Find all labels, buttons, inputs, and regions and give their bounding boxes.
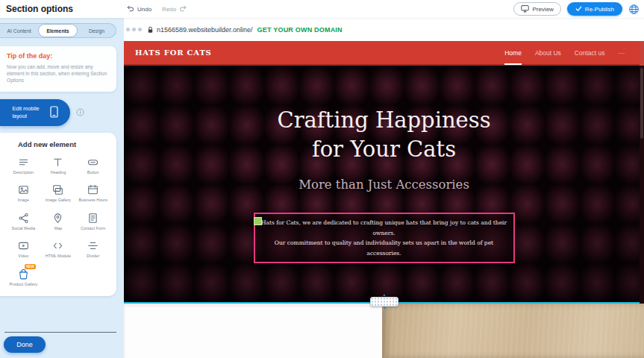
- add-element-button[interactable]: Button: [75, 155, 110, 175]
- map-pin-icon: [52, 211, 63, 224]
- tip-of-the-day-card: Tip of the day: Now you can add, move an…: [0, 46, 116, 92]
- add-element-map[interactable]: Map: [41, 211, 76, 231]
- done-button[interactable]: Done: [4, 336, 46, 353]
- add-element-social-media[interactable]: Social Media: [6, 211, 41, 231]
- app-window: Section options Undo Redo Preview: [0, 0, 644, 358]
- republish-label: Re-Publish: [585, 6, 614, 13]
- hero-content: Crafting Happiness for Your Cats More th…: [124, 66, 644, 263]
- site-preview: HATS FOR CATS Home About Us Contact us ⋯…: [124, 41, 644, 358]
- lock-icon: [147, 26, 154, 34]
- edit-mobile-row: Edit mobile layout: [0, 99, 124, 126]
- share-icon: [18, 211, 29, 224]
- site-scrollbar[interactable]: [640, 41, 644, 304]
- tip-body: Now you can add, move and resize any ele…: [7, 63, 110, 84]
- add-element-heading[interactable]: Heading: [41, 155, 76, 175]
- add-element-panel: Add new element Description Heading Butt…: [0, 133, 116, 296]
- redo-label: Redo: [162, 6, 176, 13]
- shopping-bag-icon: NEW: [18, 267, 29, 280]
- add-element-divider[interactable]: Divider: [75, 239, 110, 259]
- add-element-contact-form[interactable]: Contact Form: [75, 211, 110, 231]
- hero-body-line: Our commitment to quality and individual…: [261, 238, 507, 258]
- new-badge: NEW: [25, 264, 36, 269]
- tab-elements[interactable]: Elements: [39, 25, 77, 37]
- monitor-icon: [521, 4, 529, 14]
- browser-dots: [126, 28, 142, 31]
- hero-subheadline[interactable]: More than Just Accessories: [124, 178, 644, 192]
- preview-label: Preview: [532, 6, 553, 13]
- get-domain-link[interactable]: GET YOUR OWN DOMAIN: [257, 26, 343, 34]
- redo-icon: [179, 5, 187, 13]
- video-icon: [18, 239, 29, 251]
- nav-more-icon[interactable]: ⋯: [619, 41, 625, 64]
- tip-title: Tip of the day:: [7, 52, 110, 60]
- image-gallery-icon: [52, 183, 63, 195]
- next-section[interactable]: [124, 304, 644, 358]
- tab-ai-content[interactable]: AI Content: [0, 24, 38, 37]
- preview-button[interactable]: Preview: [513, 2, 560, 16]
- add-element-image[interactable]: Image: [6, 183, 41, 203]
- sidebar: AI Content Elements Design Tip of the da…: [0, 18, 124, 358]
- add-element-title: Add new element: [6, 140, 110, 148]
- check-icon: [575, 5, 582, 13]
- site-header: HATS FOR CATS Home About Us Contact us ⋯: [124, 41, 644, 66]
- button-icon: [87, 155, 99, 168]
- nav-about-us[interactable]: About Us: [535, 41, 561, 64]
- add-element-grid: Description Heading Button Image: [6, 155, 110, 287]
- hero-headline[interactable]: Crafting Happiness for Your Cats: [261, 106, 507, 164]
- hero-body-line: Hats for Cats, we are dedicated to craft…: [261, 218, 507, 238]
- topbar: Section options Undo Redo Preview: [0, 0, 644, 18]
- heading-icon: [52, 155, 63, 168]
- add-element-image-gallery[interactable]: Image Gallery: [41, 183, 76, 203]
- sidebar-divider: [4, 332, 116, 333]
- edit-mobile-label: Edit mobile layout: [13, 105, 46, 119]
- add-element-video[interactable]: Video: [6, 239, 41, 259]
- hero-textbox-selected[interactable]: Hats for Cats, we are dedicated to craft…: [254, 213, 515, 263]
- code-icon: [52, 239, 63, 251]
- browser-bar: n1566589.websitebuilder.online/ GET YOUR…: [124, 18, 644, 41]
- republish-button[interactable]: Re-Publish: [567, 2, 622, 16]
- section-resize-handle[interactable]: ▲ ▼: [370, 293, 398, 310]
- hero-section[interactable]: Crafting Happiness for Your Cats More th…: [124, 66, 644, 302]
- site-url: n1566589.websitebuilder.online/: [157, 26, 253, 34]
- scrollbar-thumb[interactable]: [640, 68, 643, 139]
- nav-contact-us[interactable]: Contact us: [575, 41, 605, 64]
- redo-button[interactable]: Redo: [162, 5, 187, 13]
- form-icon: [87, 211, 99, 224]
- text-lines-icon: [18, 155, 29, 168]
- info-icon[interactable]: [76, 108, 84, 116]
- add-element-product-gallery[interactable]: NEW Product Gallery: [6, 267, 41, 287]
- undo-label: Undo: [137, 6, 151, 13]
- calendar-icon: [87, 183, 99, 195]
- topbar-actions: Preview Re-Publish: [513, 2, 640, 16]
- image-icon: [18, 183, 29, 195]
- site-logo[interactable]: HATS FOR CATS: [135, 48, 212, 57]
- browser-dot: [132, 28, 136, 31]
- add-element-business-hours[interactable]: Business Hours: [75, 183, 110, 203]
- tab-design[interactable]: Design: [78, 24, 116, 37]
- divider-icon: [87, 239, 99, 251]
- editor-canvas: n1566589.websitebuilder.online/ GET YOUR…: [124, 18, 644, 358]
- nav-home[interactable]: Home: [504, 42, 522, 65]
- resize-down-arrow-icon: ▼: [383, 307, 387, 310]
- language-globe-icon[interactable]: [628, 4, 640, 15]
- undo-button[interactable]: Undo: [127, 5, 151, 13]
- drag-handle[interactable]: [254, 217, 262, 225]
- site-nav: Home About Us Contact us ⋯: [504, 41, 625, 64]
- sidebar-tabs: AI Content Elements Design: [0, 23, 116, 38]
- browser-dot: [138, 28, 142, 31]
- undo-icon: [127, 5, 134, 13]
- add-element-description[interactable]: Description: [6, 155, 41, 175]
- mobile-phone-icon: [50, 106, 58, 119]
- page-title: Section options: [6, 4, 73, 14]
- history-controls: Undo Redo: [127, 5, 187, 13]
- edit-mobile-layout-button[interactable]: Edit mobile layout: [0, 99, 70, 126]
- add-element-html-module[interactable]: HTML Module: [41, 239, 76, 259]
- next-section-image: [382, 304, 644, 358]
- browser-dot: [126, 28, 130, 31]
